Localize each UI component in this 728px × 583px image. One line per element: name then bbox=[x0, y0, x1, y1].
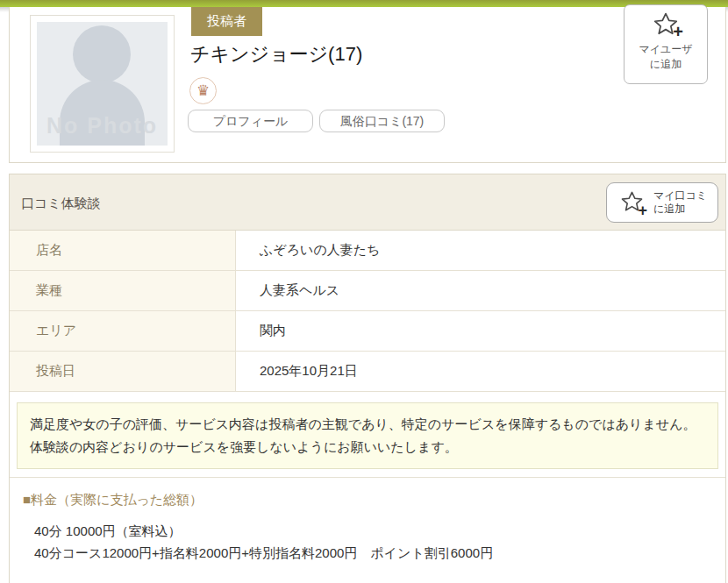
price-lines: 40分 10000円（室料込） 40分コース12000円+指名料2000円+特別… bbox=[23, 520, 725, 564]
star-plus-icon: + bbox=[617, 190, 647, 215]
add-review-label-line1: マイ口コミ bbox=[653, 189, 707, 203]
star-plus-icon: + bbox=[650, 11, 682, 38]
add-review-label: マイ口コミ に追加 bbox=[653, 189, 707, 216]
poster-name: チキンジョージ(17) bbox=[190, 41, 362, 68]
add-user-label-line1: マイユーザ bbox=[625, 43, 707, 56]
table-row-area: エリア 関内 bbox=[10, 311, 725, 352]
person-silhouette-icon bbox=[73, 25, 131, 83]
price-section-heading: ■料金（実際に支払った総額） bbox=[23, 492, 725, 508]
no-photo-label: No Photo bbox=[37, 113, 168, 139]
crown-icon: ♛ bbox=[189, 77, 217, 104]
add-user-label-line2: に追加 bbox=[625, 58, 707, 71]
poster-photo-frame: No Photo bbox=[30, 15, 175, 153]
review-header: 口コミ体験談 + マイ口コミ に追加 bbox=[10, 174, 725, 231]
row-label: 店名 bbox=[10, 231, 236, 270]
row-label: 投稿日 bbox=[10, 352, 236, 391]
top-accent-bar bbox=[0, 0, 728, 7]
table-row-post-date: 投稿日 2025年10月21日 bbox=[10, 352, 725, 392]
review-detail-card: 口コミ体験談 + マイ口コミ に追加 店名 ふぞろいの人妻たち 業種 人妻系ヘル… bbox=[9, 174, 726, 583]
profile-buttons-row: プロフィール 風俗口コミ(17) bbox=[188, 110, 445, 132]
no-photo-placeholder: No Photo bbox=[37, 22, 168, 146]
plus-glyph: + bbox=[673, 23, 683, 40]
table-row-business-type: 業種 人妻系ヘルス bbox=[10, 271, 725, 311]
row-value: 人妻系ヘルス bbox=[236, 271, 725, 310]
add-review-label-line2: に追加 bbox=[653, 203, 707, 216]
poster-profile-card: No Photo 投稿者 チキンジョージ(17) ♛ プロフィール 風俗口コミ(… bbox=[9, 7, 726, 163]
disclaimer-notice: 満足度や女の子の評価、サービス内容は投稿者の主観であり、特定のサービスを保障する… bbox=[17, 402, 718, 469]
row-value: ふぞろいの人妻たち bbox=[236, 231, 725, 270]
price-line-breakdown: 40分コース12000円+指名料2000円+特別指名料2000円 ポイント割引6… bbox=[34, 542, 725, 564]
profile-button[interactable]: プロフィール bbox=[188, 110, 313, 132]
row-label: 業種 bbox=[10, 271, 236, 310]
plus-glyph: + bbox=[638, 203, 647, 218]
add-to-my-reviews-button[interactable]: + マイ口コミ に追加 bbox=[606, 182, 718, 223]
price-section: ■料金（実際に支払った総額） 40分 10000円（室料込） 40分コース120… bbox=[10, 477, 725, 564]
fuzoku-reviews-button[interactable]: 風俗口コミ(17) bbox=[319, 110, 445, 132]
add-to-my-users-button[interactable]: + マイユーザ に追加 bbox=[624, 4, 708, 84]
row-value: 2025年10月21日 bbox=[236, 352, 725, 391]
row-label: エリア bbox=[10, 311, 236, 351]
review-section-title: 口コミ体験談 bbox=[21, 196, 101, 212]
table-row-shop-name: 店名 ふぞろいの人妻たち bbox=[10, 231, 725, 271]
price-line-total: 40分 10000円（室料込） bbox=[34, 520, 725, 542]
row-value: 関内 bbox=[236, 311, 725, 351]
poster-badge: 投稿者 bbox=[191, 7, 262, 36]
